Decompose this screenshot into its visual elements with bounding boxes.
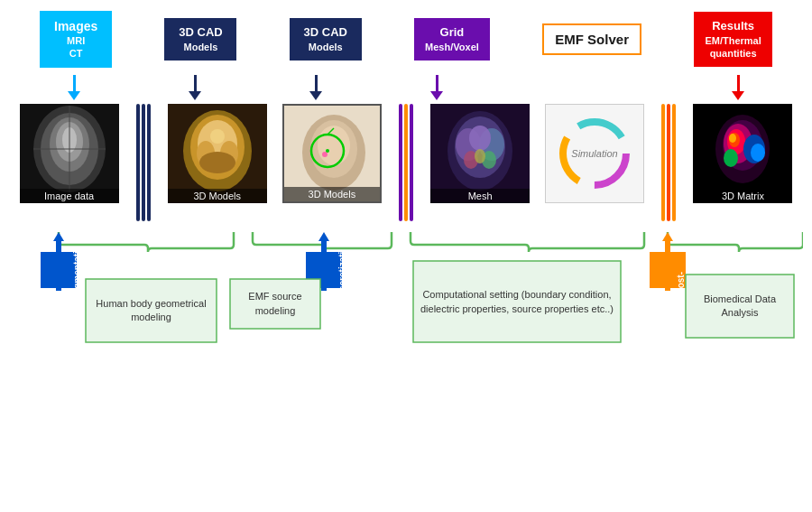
3dcad1-box: 3D CAD Models bbox=[164, 18, 236, 61]
header-row: Images MRICT 3D CAD Models 3D CAD Models… bbox=[9, 11, 803, 68]
svg-marker-43 bbox=[53, 232, 64, 241]
img-mri: Image data bbox=[20, 104, 119, 203]
arrow-3dcad2 bbox=[309, 75, 322, 100]
divider-2 bbox=[399, 104, 413, 221]
img-mesh: Mesh bbox=[430, 104, 530, 203]
img-block-result: 3D Matrix bbox=[693, 104, 792, 221]
main-diagram: Images MRICT 3D CAD Models 3D CAD Models… bbox=[0, 0, 812, 512]
svg-rect-50 bbox=[230, 279, 320, 329]
middle-row: Image data 3D Model bbox=[9, 104, 803, 221]
3dcad2-sub: Models bbox=[300, 41, 351, 53]
bottom-svg: Segmentation Discretization Post-process… bbox=[9, 225, 803, 401]
arrow-results bbox=[732, 75, 744, 100]
svg-point-25 bbox=[469, 126, 491, 151]
svg-point-42 bbox=[724, 149, 738, 167]
svg-point-13 bbox=[199, 152, 235, 173]
arrow-3dcad1 bbox=[189, 75, 201, 100]
svg-rect-44 bbox=[56, 241, 61, 291]
results-sub: EM/Thermalquantities bbox=[705, 34, 761, 61]
svg-point-39 bbox=[729, 134, 736, 143]
down-arrows-row bbox=[9, 75, 803, 100]
results-box: Results EM/Thermalquantities bbox=[694, 12, 771, 67]
img-block-3d1: 3D Models bbox=[168, 104, 267, 221]
img3-label: 3D Models bbox=[284, 187, 380, 201]
img-block-mri: Image data bbox=[20, 104, 119, 221]
svg-rect-49 bbox=[86, 279, 217, 342]
images-box: Images MRICT bbox=[40, 11, 112, 68]
svg-text:Simulation: Simulation bbox=[572, 148, 618, 159]
img4-label: Mesh bbox=[430, 189, 530, 203]
divider-1 bbox=[136, 104, 151, 221]
svg-rect-51 bbox=[413, 261, 621, 342]
img-block-mesh: Mesh bbox=[430, 104, 530, 221]
3dcad2-box: 3D CAD Models bbox=[290, 18, 362, 61]
svg-point-16 bbox=[318, 126, 350, 165]
images-sub: MRICT bbox=[51, 34, 101, 61]
svg-point-12 bbox=[210, 129, 225, 144]
3dcad1-sub: Models bbox=[175, 41, 226, 53]
img-3d1: 3D Models bbox=[168, 104, 267, 203]
svg-point-17 bbox=[322, 152, 328, 157]
results-label: Results bbox=[705, 19, 761, 34]
svg-marker-47 bbox=[662, 232, 673, 241]
divider-3 bbox=[661, 104, 676, 221]
img-block-sim: Simulation bbox=[545, 104, 644, 221]
svg-rect-48 bbox=[665, 241, 670, 291]
img1-label: Image data bbox=[20, 189, 119, 203]
3dcad2-label: 3D CAD bbox=[300, 25, 351, 41]
svg-point-41 bbox=[751, 144, 765, 162]
img-3d2: 3D Models bbox=[282, 104, 382, 203]
img6-label: 3D Matrix bbox=[693, 189, 792, 203]
emf-label: EMF Solver bbox=[553, 31, 631, 49]
svg-marker-45 bbox=[318, 232, 329, 241]
images-label: Images bbox=[51, 18, 101, 34]
svg-rect-46 bbox=[321, 241, 327, 291]
3dcad1-label: 3D CAD bbox=[175, 25, 226, 41]
img-sim: Simulation bbox=[545, 104, 644, 203]
svg-point-20 bbox=[326, 149, 329, 153]
img2-label: 3D Models bbox=[168, 189, 267, 203]
arrow-grid bbox=[430, 75, 443, 100]
img-result: 3D Matrix bbox=[693, 104, 792, 203]
arrow-images bbox=[68, 75, 80, 100]
img-block-3d2: 3D Models bbox=[282, 104, 382, 221]
grid-sub: Mesh/Voxel bbox=[425, 41, 479, 53]
svg-point-28 bbox=[475, 149, 485, 163]
grid-box: Grid Mesh/Voxel bbox=[414, 18, 490, 61]
emf-box: EMF Solver bbox=[542, 23, 641, 56]
grid-label: Grid bbox=[425, 25, 479, 41]
svg-rect-52 bbox=[686, 275, 794, 338]
bottom-section: Segmentation Discretization Post-process… bbox=[9, 225, 803, 401]
